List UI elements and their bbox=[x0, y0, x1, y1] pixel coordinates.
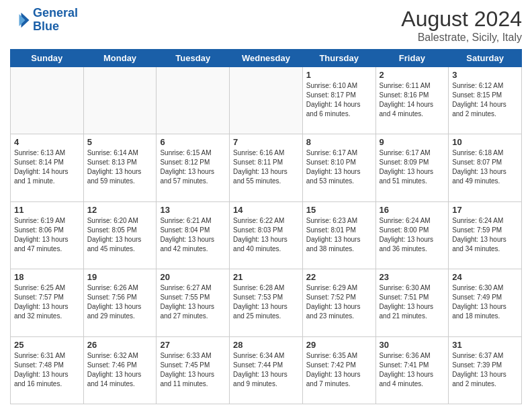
day-info: Sunrise: 6:21 AM Sunset: 8:04 PM Dayligh… bbox=[160, 216, 226, 254]
day-cell: 14Sunrise: 6:22 AM Sunset: 8:03 PM Dayli… bbox=[230, 201, 303, 269]
day-cell: 5Sunrise: 6:14 AM Sunset: 8:13 PM Daylig… bbox=[83, 134, 157, 201]
day-number: 11 bbox=[14, 205, 80, 215]
day-cell bbox=[157, 67, 230, 134]
col-header-thursday: Thursday bbox=[302, 50, 375, 67]
day-cell: 13Sunrise: 6:21 AM Sunset: 8:04 PM Dayli… bbox=[157, 201, 230, 269]
day-info: Sunrise: 6:32 AM Sunset: 7:46 PM Dayligh… bbox=[87, 351, 153, 389]
day-info: Sunrise: 6:35 AM Sunset: 7:42 PM Dayligh… bbox=[306, 351, 372, 389]
col-header-tuesday: Tuesday bbox=[157, 50, 230, 67]
day-info: Sunrise: 6:13 AM Sunset: 8:14 PM Dayligh… bbox=[14, 148, 80, 186]
day-cell: 31Sunrise: 6:37 AM Sunset: 7:39 PM Dayli… bbox=[449, 336, 522, 404]
day-number: 7 bbox=[233, 137, 299, 147]
day-info: Sunrise: 6:11 AM Sunset: 8:16 PM Dayligh… bbox=[380, 81, 445, 119]
calendar-header-row: SundayMondayTuesdayWednesdayThursdayFrid… bbox=[11, 50, 522, 67]
day-number: 15 bbox=[306, 205, 372, 215]
day-info: Sunrise: 6:33 AM Sunset: 7:45 PM Dayligh… bbox=[160, 351, 226, 389]
day-info: Sunrise: 6:18 AM Sunset: 8:07 PM Dayligh… bbox=[452, 148, 518, 186]
col-header-saturday: Saturday bbox=[449, 50, 522, 67]
page: General Blue August 2024 Balestrate, Sic… bbox=[0, 0, 532, 411]
day-info: Sunrise: 6:31 AM Sunset: 7:48 PM Dayligh… bbox=[14, 351, 80, 389]
day-number: 30 bbox=[380, 340, 445, 350]
day-number: 2 bbox=[380, 70, 445, 80]
day-cell: 16Sunrise: 6:24 AM Sunset: 8:00 PM Dayli… bbox=[375, 201, 449, 269]
day-info: Sunrise: 6:28 AM Sunset: 7:53 PM Dayligh… bbox=[233, 283, 299, 321]
day-cell: 21Sunrise: 6:28 AM Sunset: 7:53 PM Dayli… bbox=[230, 269, 303, 336]
day-number: 26 bbox=[87, 340, 153, 350]
day-cell bbox=[230, 67, 303, 134]
day-cell: 8Sunrise: 6:17 AM Sunset: 8:10 PM Daylig… bbox=[302, 134, 375, 201]
day-cell: 28Sunrise: 6:34 AM Sunset: 7:44 PM Dayli… bbox=[230, 336, 303, 404]
day-cell: 23Sunrise: 6:30 AM Sunset: 7:51 PM Dayli… bbox=[375, 269, 449, 336]
day-cell: 3Sunrise: 6:12 AM Sunset: 8:15 PM Daylig… bbox=[449, 67, 522, 134]
day-number: 28 bbox=[233, 340, 299, 350]
col-header-wednesday: Wednesday bbox=[230, 50, 303, 67]
day-cell: 15Sunrise: 6:23 AM Sunset: 8:01 PM Dayli… bbox=[302, 201, 375, 269]
day-cell: 10Sunrise: 6:18 AM Sunset: 8:07 PM Dayli… bbox=[449, 134, 522, 201]
day-cell: 25Sunrise: 6:31 AM Sunset: 7:48 PM Dayli… bbox=[11, 336, 84, 404]
day-info: Sunrise: 6:30 AM Sunset: 7:49 PM Dayligh… bbox=[452, 283, 518, 321]
day-cell bbox=[11, 67, 84, 134]
day-cell: 22Sunrise: 6:29 AM Sunset: 7:52 PM Dayli… bbox=[302, 269, 375, 336]
day-number: 19 bbox=[87, 272, 153, 282]
day-info: Sunrise: 6:26 AM Sunset: 7:56 PM Dayligh… bbox=[87, 283, 153, 321]
day-info: Sunrise: 6:37 AM Sunset: 7:39 PM Dayligh… bbox=[452, 351, 518, 389]
logo-text: General Blue bbox=[33, 7, 78, 34]
week-row-2: 4Sunrise: 6:13 AM Sunset: 8:14 PM Daylig… bbox=[11, 134, 522, 201]
day-number: 10 bbox=[452, 137, 518, 147]
day-number: 22 bbox=[306, 272, 372, 282]
day-cell: 26Sunrise: 6:32 AM Sunset: 7:46 PM Dayli… bbox=[83, 336, 157, 404]
day-number: 9 bbox=[380, 137, 445, 147]
day-info: Sunrise: 6:25 AM Sunset: 7:57 PM Dayligh… bbox=[14, 283, 80, 321]
week-row-5: 25Sunrise: 6:31 AM Sunset: 7:48 PM Dayli… bbox=[11, 336, 522, 404]
day-info: Sunrise: 6:22 AM Sunset: 8:03 PM Dayligh… bbox=[233, 216, 299, 254]
day-number: 4 bbox=[14, 137, 80, 147]
col-header-monday: Monday bbox=[83, 50, 157, 67]
col-header-sunday: Sunday bbox=[11, 50, 84, 67]
day-number: 14 bbox=[233, 205, 299, 215]
day-number: 31 bbox=[452, 340, 518, 350]
location: Balestrate, Sicily, Italy bbox=[401, 32, 522, 44]
logo-icon bbox=[10, 10, 30, 30]
title-block: August 2024 Balestrate, Sicily, Italy bbox=[401, 7, 522, 44]
day-cell: 18Sunrise: 6:25 AM Sunset: 7:57 PM Dayli… bbox=[11, 269, 84, 336]
day-cell bbox=[83, 67, 157, 134]
logo-general: General bbox=[33, 6, 78, 19]
day-info: Sunrise: 6:30 AM Sunset: 7:51 PM Dayligh… bbox=[380, 283, 445, 321]
day-info: Sunrise: 6:16 AM Sunset: 8:11 PM Dayligh… bbox=[233, 148, 299, 186]
day-cell: 7Sunrise: 6:16 AM Sunset: 8:11 PM Daylig… bbox=[230, 134, 303, 201]
day-info: Sunrise: 6:17 AM Sunset: 8:10 PM Dayligh… bbox=[306, 148, 372, 186]
day-number: 24 bbox=[452, 272, 518, 282]
day-number: 5 bbox=[87, 137, 153, 147]
day-info: Sunrise: 6:34 AM Sunset: 7:44 PM Dayligh… bbox=[233, 351, 299, 389]
day-cell: 17Sunrise: 6:24 AM Sunset: 7:59 PM Dayli… bbox=[449, 201, 522, 269]
day-info: Sunrise: 6:20 AM Sunset: 8:05 PM Dayligh… bbox=[87, 216, 153, 254]
day-number: 1 bbox=[306, 70, 372, 80]
day-number: 6 bbox=[160, 137, 226, 147]
day-info: Sunrise: 6:10 AM Sunset: 8:17 PM Dayligh… bbox=[306, 81, 372, 119]
day-number: 12 bbox=[87, 205, 153, 215]
month-year: August 2024 bbox=[401, 7, 522, 32]
day-number: 17 bbox=[452, 205, 518, 215]
day-cell: 1Sunrise: 6:10 AM Sunset: 8:17 PM Daylig… bbox=[302, 67, 375, 134]
day-info: Sunrise: 6:15 AM Sunset: 8:12 PM Dayligh… bbox=[160, 148, 226, 186]
day-cell: 2Sunrise: 6:11 AM Sunset: 8:16 PM Daylig… bbox=[375, 67, 449, 134]
day-cell: 20Sunrise: 6:27 AM Sunset: 7:55 PM Dayli… bbox=[157, 269, 230, 336]
day-cell: 4Sunrise: 6:13 AM Sunset: 8:14 PM Daylig… bbox=[11, 134, 84, 201]
day-info: Sunrise: 6:29 AM Sunset: 7:52 PM Dayligh… bbox=[306, 283, 372, 321]
week-row-4: 18Sunrise: 6:25 AM Sunset: 7:57 PM Dayli… bbox=[11, 269, 522, 336]
day-number: 20 bbox=[160, 272, 226, 282]
day-cell: 27Sunrise: 6:33 AM Sunset: 7:45 PM Dayli… bbox=[157, 336, 230, 404]
day-info: Sunrise: 6:24 AM Sunset: 8:00 PM Dayligh… bbox=[380, 216, 445, 254]
day-number: 3 bbox=[452, 70, 518, 80]
day-number: 21 bbox=[233, 272, 299, 282]
day-number: 13 bbox=[160, 205, 226, 215]
day-info: Sunrise: 6:36 AM Sunset: 7:41 PM Dayligh… bbox=[380, 351, 445, 389]
logo: General Blue bbox=[10, 7, 78, 34]
header: General Blue August 2024 Balestrate, Sic… bbox=[10, 7, 522, 44]
week-row-1: 1Sunrise: 6:10 AM Sunset: 8:17 PM Daylig… bbox=[11, 67, 522, 134]
day-number: 29 bbox=[306, 340, 372, 350]
day-number: 8 bbox=[306, 137, 372, 147]
day-cell: 19Sunrise: 6:26 AM Sunset: 7:56 PM Dayli… bbox=[83, 269, 157, 336]
day-cell: 9Sunrise: 6:17 AM Sunset: 8:09 PM Daylig… bbox=[375, 134, 449, 201]
col-header-friday: Friday bbox=[375, 50, 449, 67]
